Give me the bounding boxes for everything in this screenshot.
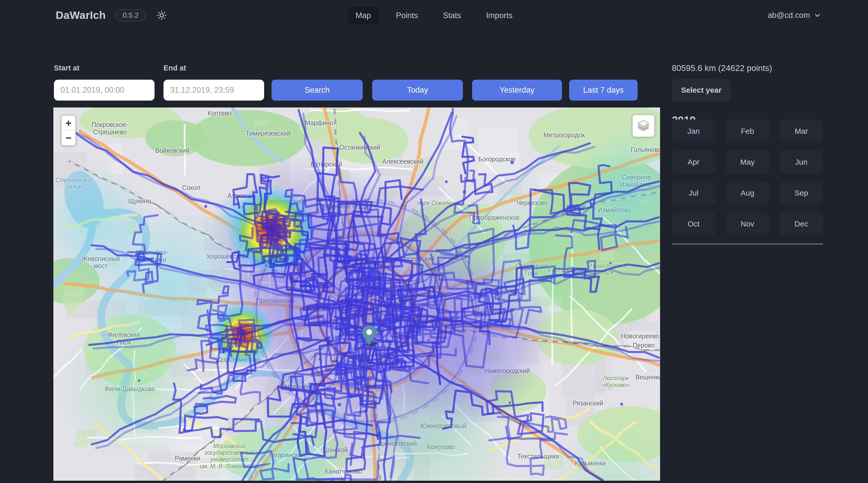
tab-stats[interactable]: Stats [435,6,469,25]
version-badge: 0.5.2 [116,9,146,22]
month-button-jun[interactable]: Jun [780,150,823,174]
month-button-oct[interactable]: Oct [672,212,715,236]
map-layers-control[interactable] [632,115,655,137]
month-grid: Jan Feb Mar Apr May Jun Jul Aug Sep Oct … [672,120,823,236]
app-root: DaWarIch 0.5.2 Map Points Stats Imports [0,0,868,483]
navbar: DaWarIch 0.5.2 Map Points Stats Imports [0,0,868,31]
end-at-input[interactable] [163,79,264,101]
month-button-jul[interactable]: Jul [672,181,715,205]
last-7-days-button[interactable]: Last 7 days [569,79,638,101]
theme-toggle-button[interactable] [155,9,168,22]
yesterday-button[interactable]: Yesterday [472,79,562,101]
distance-summary: 80595.6 km (24622 points) [672,63,772,73]
end-at-label: End at [163,64,186,72]
map-base-layer [53,107,660,481]
month-button-jan[interactable]: Jan [672,120,715,143]
month-button-apr[interactable]: Apr [672,150,715,174]
month-button-feb[interactable]: Feb [726,120,769,143]
month-button-dec[interactable]: Dec [780,212,823,236]
location-marker-pin [361,325,377,347]
main-tabs: Map Points Stats Imports [348,0,520,31]
tab-map[interactable]: Map [348,6,378,25]
zoom-in-button[interactable]: + [62,116,75,130]
month-button-mar[interactable]: Mar [780,120,823,143]
brand: DaWarIch 0.5.2 [56,0,168,31]
sun-icon [157,10,166,20]
map-zoom-control: + − [61,115,76,146]
sidebar-divider [672,244,823,244]
tab-points[interactable]: Points [388,6,426,25]
tab-imports[interactable]: Imports [478,6,520,25]
start-at-label: Start at [54,64,80,72]
map-canvas[interactable]: КоптевоПокровское- СтрешневоТимирязевски… [53,107,660,481]
month-button-sep[interactable]: Sep [780,181,823,205]
month-button-nov[interactable]: Nov [726,212,769,236]
month-button-aug[interactable]: Aug [726,181,769,205]
chevron-down-icon [814,11,821,19]
zoom-out-button[interactable]: − [62,130,75,145]
select-year-button[interactable]: Select year [672,79,731,101]
user-menu[interactable]: ab@cd.com [768,0,821,31]
start-at-input[interactable] [54,79,155,101]
layers-icon [637,119,650,132]
today-button[interactable]: Today [372,79,463,101]
month-button-may[interactable]: May [726,150,769,174]
search-button[interactable]: Search [272,79,363,101]
user-email: ab@cd.com [768,11,810,20]
app-logo: DaWarIch [56,9,106,22]
